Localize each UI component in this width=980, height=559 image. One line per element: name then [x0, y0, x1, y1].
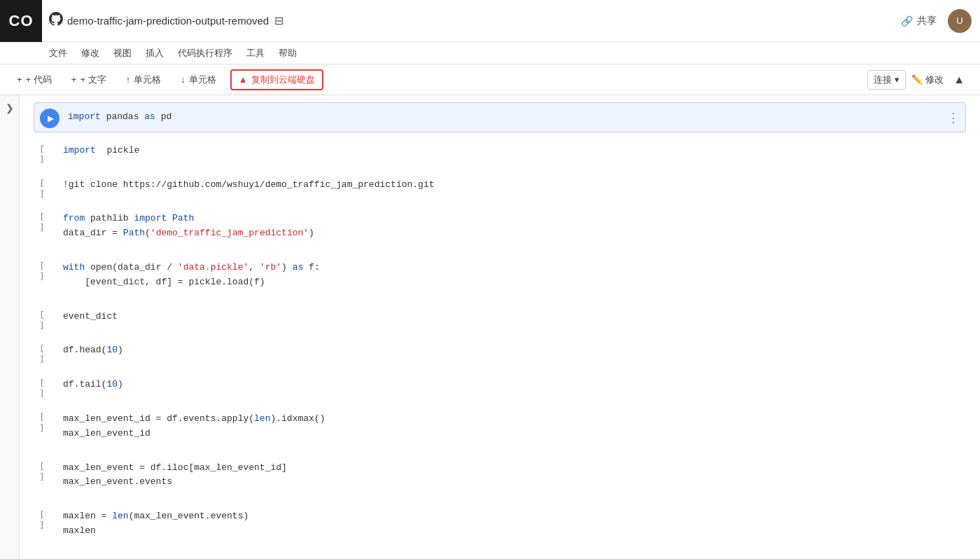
- cell-1: ▶ import pandas as pd ⋮: [34, 102, 966, 132]
- no-output-icon[interactable]: ⊟: [274, 14, 284, 27]
- cell-up-button[interactable]: ↑ 单元格: [120, 71, 167, 89]
- add-text-label: + 文字: [80, 74, 106, 86]
- cell-down-label: 单元格: [189, 74, 216, 86]
- main-area: ❯ ▶ import pandas as pd ⋮ [ ] import pic…: [0, 95, 980, 559]
- cell-2: [ ] import pickle: [34, 135, 966, 167]
- notebook-title: demo-traffic-jam-prediction-output-remov…: [67, 15, 269, 27]
- cell-up-icon: ↑: [126, 74, 131, 85]
- cell-menu-1[interactable]: ⋮: [944, 103, 965, 125]
- cell-11: [ ] maxlen = len(max_len_event.events) m…: [34, 501, 966, 547]
- menu-help[interactable]: 帮助: [279, 47, 297, 60]
- cell-code-4[interactable]: from pathlib import Path data_dir = Path…: [60, 205, 966, 248]
- copy-to-drive-button[interactable]: ▲ 复制到云端硬盘: [230, 69, 323, 90]
- cell-code-2[interactable]: import pickle: [60, 137, 966, 165]
- cell-bracket-5: [ ]: [34, 254, 60, 282]
- cell-bracket-10: [ ]: [34, 454, 60, 482]
- toolbar: + + 代码 + + 文字 ↑ 单元格 ↓ 单元格 ▲ 复制到云端硬盘 连接 ▾…: [0, 64, 980, 95]
- cell-run-button-1[interactable]: ▶: [40, 109, 59, 128]
- menu-bar: 文件 修改 视图 插入 代码执行程序 工具 帮助: [0, 42, 980, 64]
- sidebar-arrow-icon: ❯: [6, 102, 14, 113]
- add-text-icon: +: [71, 74, 77, 85]
- cell-bracket-6: [ ]: [34, 303, 60, 331]
- cell-down-icon: ↓: [181, 74, 186, 85]
- cell-bracket-11: [ ]: [34, 502, 60, 530]
- cell-7: [ ] df.head(10): [34, 335, 966, 366]
- cell-5: [ ] with open(data_dir / 'data.pickle', …: [34, 252, 966, 298]
- connect-button[interactable]: 连接 ▾: [867, 70, 906, 90]
- cell-bracket-8: [ ]: [34, 371, 60, 399]
- cell-code-1[interactable]: import pandas as pd: [65, 103, 944, 132]
- edit-button[interactable]: ✏️ 修改: [911, 74, 944, 86]
- add-text-button[interactable]: + + 文字: [66, 71, 112, 89]
- cell-code-3[interactable]: !git clone https://github.com/wshuyi/dem…: [60, 171, 966, 200]
- user-avatar[interactable]: U: [948, 9, 972, 33]
- menu-file[interactable]: 文件: [49, 47, 67, 60]
- cell-up-label: 单元格: [134, 74, 161, 86]
- menu-insert[interactable]: 插入: [146, 47, 164, 60]
- cell-9: [ ] max_len_event_id = df.events.apply(l…: [34, 403, 966, 450]
- cell-bracket-3: [ ]: [34, 171, 60, 199]
- pencil-icon: ✏️: [911, 74, 923, 85]
- menu-tools[interactable]: 工具: [246, 47, 265, 60]
- connect-label: 连接: [874, 74, 892, 86]
- drive-icon: ▲: [239, 74, 248, 85]
- cell-bracket-2: [ ]: [34, 137, 60, 165]
- share-label: 共享: [917, 15, 937, 27]
- sidebar-toggle[interactable]: ❯: [0, 95, 20, 559]
- copy-to-drive-label: 复制到云端硬盘: [251, 74, 315, 86]
- menu-runtime[interactable]: 代码执行程序: [178, 47, 232, 60]
- cell-code-7[interactable]: df.head(10): [60, 336, 966, 365]
- cell-code-6[interactable]: event_dict: [60, 303, 966, 331]
- logo-text: CO: [9, 12, 34, 30]
- cell-4: [ ] from pathlib import Path data_dir = …: [34, 203, 966, 249]
- logo: CO: [0, 0, 42, 42]
- menu-view[interactable]: 视图: [113, 47, 132, 60]
- cell-bracket-4: [ ]: [34, 205, 60, 233]
- notebook-content: ▶ import pandas as pd ⋮ [ ] import pickl…: [20, 95, 980, 559]
- add-code-label: + 代码: [26, 74, 52, 86]
- cell-code-9[interactable]: max_len_event_id = df.events.apply(len).…: [60, 405, 966, 448]
- connect-dropdown-icon: ▾: [895, 74, 899, 85]
- top-bar-right: 🔗 共享 U: [901, 9, 972, 33]
- link-icon: 🔗: [901, 15, 913, 27]
- cell-6: [ ] event_dict: [34, 301, 966, 333]
- cell-code-8[interactable]: df.tail(10): [60, 371, 966, 399]
- cell-10: [ ] max_len_event = df.iloc[max_len_even…: [34, 453, 966, 499]
- top-bar: CO demo-traffic-jam-prediction-output-re…: [0, 0, 980, 42]
- cell-8: [ ] df.tail(10): [34, 369, 966, 401]
- cell-code-11[interactable]: maxlen = len(max_len_event.events) maxle…: [60, 502, 966, 546]
- share-button[interactable]: 🔗 共享: [901, 15, 937, 27]
- cell-bracket-9: [ ]: [34, 405, 60, 433]
- cell-code-10[interactable]: max_len_event = df.iloc[max_len_event_id…: [60, 454, 966, 497]
- cell-down-button[interactable]: ↓ 单元格: [175, 71, 222, 89]
- toolbar-right: 连接 ▾ ✏️ 修改 ▲: [867, 70, 969, 90]
- add-code-icon: +: [17, 74, 22, 85]
- cell-bracket-7: [ ]: [34, 336, 60, 364]
- add-code-button[interactable]: + + 代码: [11, 71, 57, 89]
- cell-3: [ ] !git clone https://github.com/wshuyi…: [34, 170, 966, 201]
- run-icon-1: ▶: [48, 113, 54, 123]
- cell-code-5[interactable]: with open(data_dir / 'data.pickle', 'rb'…: [60, 254, 966, 297]
- collapse-button[interactable]: ▲: [949, 72, 969, 88]
- github-icon: [49, 12, 63, 29]
- edit-label: 修改: [925, 74, 944, 86]
- menu-edit[interactable]: 修改: [81, 47, 99, 60]
